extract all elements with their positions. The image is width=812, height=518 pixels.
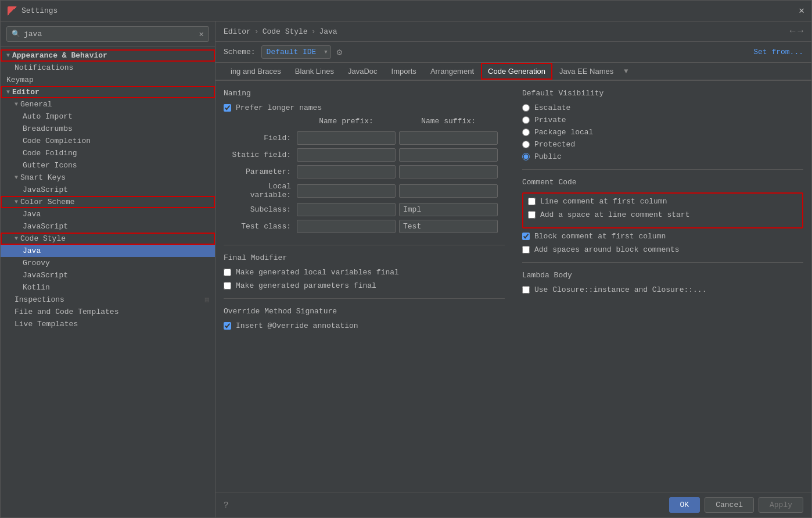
protected-radio[interactable] (522, 141, 530, 148)
sidebar-item-auto-import[interactable]: Auto Import (1, 110, 215, 123)
block-comment-first-col-checkbox[interactable] (522, 233, 530, 240)
add-space-line-comment-checkbox[interactable] (528, 211, 536, 219)
title-bar-left: Settings (8, 6, 58, 16)
sidebar-item-breadcrumbs[interactable]: Breadcrumbs (1, 123, 215, 135)
insert-override-checkbox[interactable] (224, 322, 231, 330)
close-button[interactable]: ✕ (799, 6, 804, 16)
collapse-icon: ▼ (15, 174, 18, 181)
scheme-gear-icon[interactable]: ⚙ (337, 47, 343, 58)
sidebar-item-javascript-codestyle[interactable]: JavaScript (1, 269, 215, 281)
escalate-radio[interactable] (522, 104, 530, 112)
sidebar-item-notifications[interactable]: Notifications (1, 62, 215, 74)
sidebar-label: Code Style (20, 234, 66, 243)
sidebar-item-file-code-templates[interactable]: File and Code Templates (1, 306, 215, 318)
tab-arrangement[interactable]: Arrangement (423, 63, 481, 80)
local-variable-suffix-input[interactable] (399, 184, 498, 198)
public-radio[interactable] (522, 153, 530, 160)
static-field-prefix-input[interactable] (297, 148, 396, 162)
static-field-suffix-input[interactable] (399, 148, 498, 162)
line-comment-first-col-checkbox[interactable] (528, 198, 536, 205)
set-from-link[interactable]: Set from... (753, 48, 803, 56)
static-field-label: Static field: (224, 151, 293, 159)
sidebar-item-keymap[interactable]: Keymap (1, 74, 215, 86)
naming-grid: Field: Static field: Parameter: (224, 131, 505, 233)
search-input[interactable] (24, 30, 199, 38)
sidebar-item-smart-keys[interactable]: ▼ Smart Keys (1, 172, 215, 184)
bottom-bar: ? OK Cancel Apply (215, 492, 811, 517)
parameter-prefix-input[interactable] (297, 165, 396, 178)
search-clear-icon[interactable]: ✕ (199, 29, 204, 39)
escalate-label: Escalate (534, 103, 570, 112)
sidebar-item-editor[interactable]: ▼ Editor (1, 86, 215, 98)
block-comment-first-col-row: Block comment at first column (522, 232, 803, 241)
private-label: Private (534, 116, 566, 124)
tab-javadoc[interactable]: JavaDoc (341, 63, 385, 80)
cancel-button[interactable]: Cancel (705, 497, 754, 513)
breadcrumb: Editor › Code Style › Java (224, 27, 337, 36)
tab-code-generation[interactable]: Code Generation (481, 63, 552, 80)
sidebar-tree: ▼ Appearance & Behavior Notifications Ke… (1, 47, 215, 517)
sidebar-label: JavaScript (23, 185, 68, 194)
nav-forward-button[interactable]: → (797, 26, 803, 37)
tab-wrapping-braces[interactable]: ing and Braces (224, 63, 288, 80)
sidebar-item-kotlin[interactable]: Kotlin (1, 281, 215, 294)
sidebar-item-java-colorscheme[interactable]: Java (1, 208, 215, 220)
sidebar-item-groovy[interactable]: Groovy (1, 257, 215, 269)
parameter-suffix-input[interactable] (399, 165, 498, 178)
local-variable-prefix-input[interactable] (297, 184, 396, 198)
sidebar-label: Smart Keys (20, 173, 66, 182)
sidebar-label: Auto Import (23, 112, 73, 121)
help-button[interactable]: ? (224, 501, 228, 510)
scheme-dropdown[interactable]: Default IDE (261, 45, 331, 59)
prefer-longer-names-checkbox[interactable] (224, 104, 231, 112)
local-variables-final-checkbox[interactable] (224, 269, 231, 276)
field-prefix-input[interactable] (297, 131, 396, 145)
line-comment-first-col-label: Line comment at first column (540, 197, 667, 206)
use-closure-checkbox[interactable] (522, 286, 530, 294)
field-suffix-input[interactable] (399, 131, 498, 145)
sidebar-item-javascript-smartkeys[interactable]: JavaScript (1, 184, 215, 196)
sidebar-item-gutter-icons[interactable]: Gutter Icons (1, 159, 215, 172)
sidebar-label: Live Templates (15, 320, 78, 328)
line-comment-first-col-row: Line comment at first column (528, 197, 797, 206)
sidebar-item-inspections[interactable]: Inspections ▤ (1, 294, 215, 306)
right-column: Default Visibility Escalate Private P (522, 89, 803, 484)
apply-button[interactable]: Apply (759, 497, 803, 513)
tab-more-icon[interactable]: ▼ (620, 63, 631, 80)
subclass-label: Subclass: (224, 205, 293, 214)
sidebar-item-java-codestyle[interactable]: Java (1, 245, 215, 257)
sidebar-item-appearance-behavior[interactable]: ▼ Appearance & Behavior (1, 49, 215, 62)
settings-content: Naming Prefer longer names Name prefix: … (215, 81, 811, 492)
sidebar-item-javascript-colorscheme[interactable]: JavaScript (1, 220, 215, 233)
private-radio[interactable] (522, 116, 530, 124)
sidebar-item-code-folding[interactable]: Code Folding (1, 147, 215, 159)
inspections-icon: ▤ (205, 295, 209, 304)
collapse-icon: ▼ (15, 101, 18, 108)
subclass-suffix-input[interactable] (399, 203, 498, 216)
sidebar-item-live-templates[interactable]: Live Templates (1, 318, 215, 330)
tab-imports[interactable]: Imports (385, 63, 423, 80)
prefer-longer-names-row: Prefer longer names (224, 103, 505, 112)
divider2 (224, 298, 505, 299)
test-class-prefix-input[interactable] (297, 220, 396, 233)
add-spaces-block-comments-checkbox[interactable] (522, 246, 530, 253)
lambda-body-title: Lambda Body (522, 271, 803, 280)
sidebar-item-color-scheme[interactable]: ▼ Color Scheme (1, 196, 215, 208)
package-local-radio[interactable] (522, 128, 530, 136)
use-closure-label: Use Closure::instance and Closure::... (534, 285, 706, 294)
tab-java-ee-names[interactable]: Java EE Names (552, 63, 620, 80)
sidebar-item-code-style[interactable]: ▼ Code Style (1, 233, 215, 245)
sidebar-label: Gutter Icons (23, 161, 77, 170)
sidebar-item-code-completion[interactable]: Code Completion (1, 135, 215, 147)
nav-back-button[interactable]: ← (790, 26, 796, 37)
sidebar-item-general[interactable]: ▼ General (1, 98, 215, 110)
local-variables-final-label: Make generated local variables final (236, 268, 399, 277)
test-class-suffix-input[interactable] (399, 220, 498, 233)
visibility-radio-group: Escalate Private Package local Prot (522, 103, 803, 161)
tab-blank-lines[interactable]: Blank Lines (288, 63, 341, 80)
ok-button[interactable]: OK (669, 497, 700, 513)
parameters-final-checkbox[interactable] (224, 282, 231, 290)
sidebar-label: Code Folding (23, 149, 77, 158)
subclass-prefix-input[interactable] (297, 203, 396, 216)
collapse-icon: ▼ (6, 52, 10, 59)
